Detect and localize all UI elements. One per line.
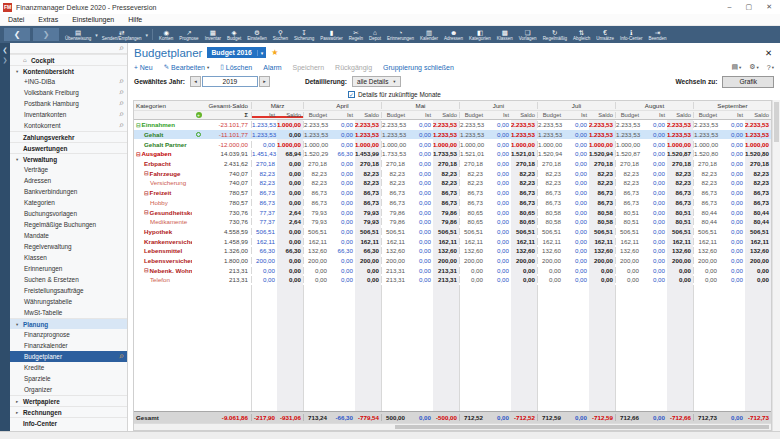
sidebar-item-kategorien[interactable]: Kategorien <box>10 197 127 208</box>
chevron-down-icon[interactable]: ▾ <box>145 32 150 38</box>
month-header-juni[interactable]: Juni <box>459 102 537 109</box>
sidebar-item-mwst-tabelle[interactable]: MwSt-Tabelle <box>10 307 127 318</box>
table-row-versicherung[interactable]: Versicherung740,0782,230,0082,230,0082,2… <box>134 178 771 188</box>
toolbar-einstellen[interactable]: ⚙Einstellen <box>244 27 270 43</box>
sidebar-item-suchen-ersetzen[interactable]: Suchen & Ersetzen <box>10 274 127 285</box>
sidebar-item-budgetplaner[interactable]: Budgetplaner⚲ <box>10 351 127 362</box>
table-row-nebenk-wohnung[interactable]: ⊟Nebenk. Wohnung213,310,000,000,000,000,… <box>134 265 771 275</box>
future-months-checkbox[interactable]: ✓ <box>348 91 355 98</box>
toolbar-depot[interactable]: ⌂Depot <box>366 27 384 43</box>
expander-icon[interactable]: ⊟ <box>144 267 149 273</box>
toolbar-kalender[interactable]: ▥Kalender <box>417 27 441 43</box>
sidebar-item-ing-diba[interactable]: +ING-DiBa⚲ <box>10 76 127 87</box>
sidebar-item-auswertungen[interactable]: Auswertungen <box>10 142 127 153</box>
toolbar-sicherung[interactable]: ↧Sicherung <box>291 27 317 43</box>
toolbar-prognose[interactable]: ↗Prognose <box>176 27 201 43</box>
toolbar-erinnerungen[interactable]: ◔Erinnerungen <box>384 27 417 43</box>
sidebar-item-freistellungsaufträge[interactable]: Freistellungsaufträge <box>10 285 127 296</box>
table-row-freizeit[interactable]: ⊟Freizeit780,5786,730,0086,730,0086,7386… <box>134 188 771 198</box>
sidebar-item-finanzkalender[interactable]: Finanzkalender <box>10 340 127 351</box>
sidebar-item-zahlungsverkehr[interactable]: Zahlungsverkehr <box>10 131 127 142</box>
settings-button[interactable]: ⚙▾ <box>749 63 759 71</box>
toolbar-senden-empfangen[interactable]: ⇄Senden/Empfangen <box>99 27 145 43</box>
sidebar-item-kontokorrent[interactable]: Kontokorrent⚲ <box>10 120 127 131</box>
expander-icon[interactable]: ⊟ <box>144 209 149 215</box>
table-row-gesundheitskosten[interactable]: ⊟Gesundheitskosten730,7677,372,6479,930,… <box>134 207 771 217</box>
sidebar-item-volksbank-freiburg[interactable]: Volksbank Freiburg⚲ <box>10 87 127 98</box>
sidebar-item-bankverbindungen[interactable]: Bankverbindungen <box>10 186 127 197</box>
toolbar-beenden[interactable]: ⇥Beenden <box>645 27 669 43</box>
gruppierung-schließen-button[interactable]: Gruppierung schließen <box>383 64 454 71</box>
detail-dropdown[interactable]: alle Details ▾ <box>352 76 401 87</box>
month-header-august[interactable]: August <box>615 102 693 109</box>
month-header-mai[interactable]: Mai <box>381 102 459 109</box>
expander-icon[interactable]: ⊟ <box>136 122 141 128</box>
table-row-gehalt[interactable]: Gehalt-11.101,771.233,530,001.233,530,00… <box>134 130 771 140</box>
sidebar-item-klassen[interactable]: Klassen <box>10 252 127 263</box>
pin-icon[interactable]: ⚲ <box>118 78 124 84</box>
sidebar-item-kredite[interactable]: Kredite <box>10 362 127 373</box>
menu-datei[interactable]: Datei <box>8 16 24 23</box>
bearbeiten-button[interactable]: ✎Bearbeiten▾ <box>164 63 210 71</box>
expander-icon[interactable]: ⊟ <box>144 190 149 196</box>
sidebar-item-kontenübersicht[interactable]: ▾Kontenübersicht <box>10 65 127 76</box>
sidebar-item-verwaltung[interactable]: ▾Verwaltung <box>10 153 127 164</box>
table-row-telefon[interactable]: Telefon213,310,000,000,000,000,00213,310… <box>134 275 771 285</box>
maximize-button[interactable]: ▢ <box>746 3 753 11</box>
pin-icon[interactable]: ⚲ <box>118 353 124 359</box>
forward-button[interactable]: ❯ <box>33 28 59 41</box>
toolbar-klassen[interactable]: ▩Klassen <box>494 27 516 43</box>
back-button[interactable]: ❮ <box>4 28 30 41</box>
pin-icon[interactable]: ⚲ <box>118 100 124 106</box>
dock-pin-icon[interactable]: ⚲ <box>118 45 124 51</box>
menu-hilfe[interactable]: Hilfe <box>128 16 142 23</box>
toolbar-überweisung[interactable]: ▤Überweisung <box>62 27 94 43</box>
toolbar-budget[interactable]: ◈Budget <box>224 27 244 43</box>
menu-extras[interactable]: Extras <box>38 16 58 23</box>
table-row-fahrzeuge[interactable]: ⊟Fahrzeuge740,0782,230,0082,230,0082,238… <box>134 168 771 178</box>
sidebar-item-rechnungen[interactable]: ▸Rechnungen <box>10 406 127 417</box>
toolbar-vorlagen[interactable]: ❏Vorlagen <box>516 27 540 43</box>
year-value[interactable]: 2019 <box>202 76 258 87</box>
year-next-button[interactable]: ▸ <box>259 76 270 87</box>
favorite-star-icon[interactable]: ★ <box>271 48 278 57</box>
table-row-hobby[interactable]: Hobby780,5786,730,0086,730,0086,7386,730… <box>134 198 771 208</box>
sidebar-item-planung[interactable]: ▾Planung <box>10 318 127 329</box>
month-header-juli[interactable]: Juli <box>537 102 615 109</box>
sidebar-item-regelverwaltung[interactable]: Regelverwaltung <box>10 241 127 252</box>
table-row-gehalt-partner[interactable]: Gehalt Partner-12.000,000,00-1.000,001.0… <box>134 139 771 149</box>
sidebar-item-mandate[interactable]: Mandate <box>10 230 127 241</box>
sidebar-item-finanzprognose[interactable]: Finanzprognose <box>10 329 127 340</box>
löschen-button[interactable]: ▯Löschen <box>220 63 252 71</box>
sidebar-item-regelmäßige-buchungen[interactable]: Regelmäßige Buchungen <box>10 219 127 230</box>
budget-select[interactable]: Budget 2016 ▾ <box>207 47 266 58</box>
sidebar-item-sparziele[interactable]: Sparziele <box>10 373 127 384</box>
toolbar-passwörter[interactable]: ▮Passwörter <box>317 27 346 43</box>
menu-einstellungen[interactable]: Einstellungen <box>72 16 114 23</box>
column-header-kategorien[interactable]: Kategorien <box>134 102 192 109</box>
vertical-scrollbar[interactable] <box>772 100 780 431</box>
grafik-button[interactable]: Grafik <box>722 76 774 88</box>
toolbar-umsätze[interactable]: €Umsätze <box>593 27 617 43</box>
close-button[interactable]: ✕ <box>766 3 772 11</box>
sidebar-item-inventarkonten[interactable]: Inventarkonten⚲ <box>10 109 127 120</box>
toolbar-info-center[interactable]: ℹInfo-Center <box>617 27 646 43</box>
sidebar-item-organizer[interactable]: Organizer <box>10 384 127 395</box>
export-button[interactable]: ▤▾ <box>731 63 741 71</box>
table-row-lebensversicherung[interactable]: Lebensversicherung1.800,00200,000,00200,… <box>134 256 771 266</box>
month-header-märz[interactable]: März <box>251 102 303 109</box>
sidebar-item-erinnerungen[interactable]: Erinnerungen <box>10 263 127 274</box>
scrollbar-thumb[interactable] <box>395 425 769 429</box>
sidebar-item-verträge[interactable]: Verträge <box>10 164 127 175</box>
sidebar-item-buchungsvorlagen[interactable]: Buchungsvorlagen <box>10 208 127 219</box>
add-category-button[interactable]: + <box>196 112 202 118</box>
scrollbar-thumb[interactable] <box>774 102 779 142</box>
column-header-gesamt-saldo[interactable]: Gesamt-Saldo <box>205 102 251 109</box>
month-header-september[interactable]: September <box>693 102 771 109</box>
pin-icon[interactable]: ⚲ <box>118 111 124 117</box>
horizontal-scrollbar[interactable] <box>134 423 771 430</box>
collapse-right-icon[interactable]: ❯ <box>2 56 7 63</box>
table-row-hypothek[interactable]: Hypothek4.558,59506,510,00506,510,00506,… <box>134 227 771 237</box>
sidebar-item-cockpit[interactable]: ⌂Cockpit <box>10 54 127 65</box>
expander-icon[interactable]: ⊟ <box>136 151 141 157</box>
